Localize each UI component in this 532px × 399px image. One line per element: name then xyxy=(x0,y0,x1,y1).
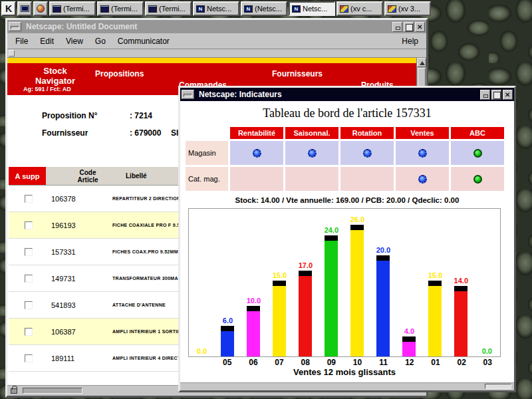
month-label xyxy=(188,358,214,367)
month-label: 01 xyxy=(422,358,448,367)
menu-help[interactable]: Help xyxy=(402,37,418,46)
desktop-tool-button[interactable] xyxy=(17,1,32,16)
menu-edit[interactable]: Edit xyxy=(40,37,54,46)
indicator-cell[interactable] xyxy=(340,141,394,165)
nav-link-fournisseurs[interactable]: Fournisseurs xyxy=(272,69,323,78)
row-checkbox[interactable] xyxy=(25,354,33,362)
month-label: 03 xyxy=(475,358,501,367)
column-code-article: Code Article xyxy=(65,169,111,184)
chart-x-axis-title: Ventes 12 mois glissants xyxy=(188,367,501,377)
task-button-0[interactable]: (Termi... xyxy=(49,1,96,16)
maximize-button[interactable] xyxy=(491,90,501,100)
indicator-column-header: Rotation xyxy=(340,127,394,139)
progress-bar xyxy=(23,388,82,394)
menu-communicator[interactable]: Communicator xyxy=(118,37,170,46)
window-menu-icon[interactable] xyxy=(9,22,21,31)
indicator-row-label: Cat. mag. xyxy=(186,167,228,191)
blue-indicator-icon xyxy=(418,149,427,158)
month-label: 06 xyxy=(240,358,266,367)
article-code: 196193 xyxy=(51,221,98,229)
page-yellow-band xyxy=(7,58,416,63)
close-button[interactable] xyxy=(415,22,425,32)
xv-icon xyxy=(388,5,396,13)
indicator-cell[interactable] xyxy=(396,167,449,191)
row-checkbox[interactable] xyxy=(25,301,33,309)
task-button-7[interactable]: (xv 3... xyxy=(384,1,431,16)
task-button-1[interactable]: (Termi... xyxy=(97,1,144,16)
menu-go[interactable]: Go xyxy=(95,37,106,46)
task-button-3[interactable]: NNetsc... xyxy=(193,1,239,16)
indicator-corner xyxy=(186,127,228,139)
row-checkbox[interactable] xyxy=(25,221,33,229)
menu-file[interactable]: File xyxy=(15,37,28,46)
bar-value-label: 10.0 xyxy=(247,297,261,305)
article-code: 106387 xyxy=(51,328,98,336)
column-asupp: A supp xyxy=(9,167,46,185)
chart-slot: 10.0 xyxy=(241,209,267,356)
window-menu-icon[interactable] xyxy=(182,90,194,99)
front-window-titlebar[interactable]: Netscape: Indicateurs xyxy=(180,88,514,101)
green-indicator-icon xyxy=(473,175,482,184)
task-button-2[interactable]: (Termi... xyxy=(145,1,192,16)
fournisseur-name: SI xyxy=(171,128,178,138)
indicator-row-label: Magasin xyxy=(186,141,228,165)
row-checkbox[interactable] xyxy=(25,195,33,203)
scroll-up-icon[interactable] xyxy=(417,58,426,67)
netscape-icon: N xyxy=(196,5,205,13)
indicator-table: RentabilitéSaisonnal.RotationVentesABCMa… xyxy=(186,127,514,191)
article-label: AMPLI INTERIEUR 4 DIRECT xyxy=(112,356,180,360)
bar-value-label: 0.0 xyxy=(197,347,207,355)
toolbar-expand-tab[interactable] xyxy=(9,50,15,57)
indicator-cell[interactable] xyxy=(285,141,338,165)
back-window-titlebar[interactable]: Netscape: Untitled Document xyxy=(7,20,426,33)
dashboard-heading: Tableau de bord de l'article 157331 xyxy=(180,106,514,120)
chart-slot: 15.0 xyxy=(422,209,448,356)
front-window-title: Netscape: Indicateurs xyxy=(196,90,479,99)
chart-bar xyxy=(428,281,442,356)
chart-bar xyxy=(247,306,260,356)
task-button-6[interactable]: (xv c... xyxy=(336,1,383,16)
month-label: 12 xyxy=(396,358,422,367)
task-button-label: (Termi... xyxy=(111,5,138,13)
indicator-cell[interactable] xyxy=(230,141,283,165)
stock-summary: Stock: 14.00 / Vte annuelle: 169.00 / PC… xyxy=(180,196,514,204)
shade-button[interactable] xyxy=(392,22,402,32)
netscape-icon: N xyxy=(244,5,253,13)
chart-bar xyxy=(221,326,234,356)
maximize-button[interactable] xyxy=(404,22,414,32)
shade-button[interactable] xyxy=(480,90,490,100)
article-label: AMPLI INTERIEUR 1 SORTIE xyxy=(112,329,181,334)
bar-value-label: 20.0 xyxy=(376,246,390,254)
xv-icon xyxy=(340,5,348,13)
menu-view[interactable]: View xyxy=(66,37,83,46)
indicator-cell[interactable] xyxy=(451,141,504,165)
security-lock-icon[interactable] xyxy=(11,388,17,394)
terminal-icon xyxy=(100,5,109,13)
front-status-bar xyxy=(180,382,514,390)
task-button-label: (xv 3... xyxy=(398,5,420,13)
month-label: 11 xyxy=(370,358,396,367)
nav-link-propositions[interactable]: Propositions xyxy=(95,69,144,78)
bar-value-label: 14.0 xyxy=(454,277,468,285)
indicator-column-header: Saisonnal. xyxy=(285,127,338,139)
row-checkbox[interactable] xyxy=(25,248,33,256)
k-menu-launcher[interactable]: K xyxy=(1,1,16,16)
row-checkbox[interactable] xyxy=(25,275,33,283)
close-button[interactable] xyxy=(503,90,513,100)
chart-slot: 15.0 xyxy=(267,209,293,356)
indicator-cell[interactable] xyxy=(396,141,449,165)
indicator-cell xyxy=(340,167,394,191)
indicator-cell[interactable] xyxy=(451,167,504,191)
desktop-tool-button-2[interactable] xyxy=(33,1,48,16)
indicator-column-header: Rentabilité xyxy=(230,127,283,139)
task-button-label: Netsc... xyxy=(207,5,231,13)
proposition-value: : 7214 xyxy=(130,111,152,120)
task-button-5[interactable]: NNetsc... xyxy=(289,1,335,16)
chart-plot: 0.06.010.015.017.024.026.020.04.015.014.… xyxy=(188,208,501,357)
proposition-label: Proposition N° xyxy=(42,111,97,120)
blue-indicator-icon xyxy=(418,175,427,184)
bar-value-label: 15.0 xyxy=(428,271,442,279)
row-checkbox[interactable] xyxy=(25,328,33,336)
chart-slot: 24.0 xyxy=(319,209,344,356)
task-button-4[interactable]: N(Netsc... xyxy=(241,1,287,16)
